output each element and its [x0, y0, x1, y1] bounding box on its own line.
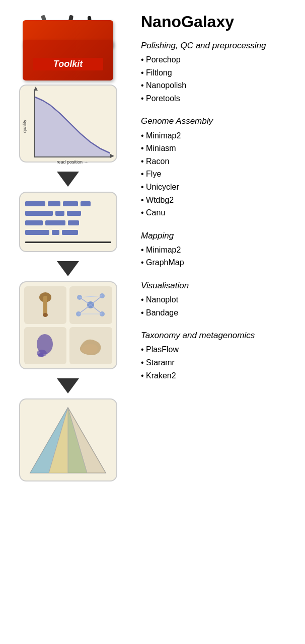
read-block — [68, 220, 79, 225]
list-item: Miniasm — [141, 142, 300, 155]
img-cell-network — [69, 286, 112, 324]
svg-point-17 — [38, 353, 44, 357]
read-baseline — [25, 242, 111, 243]
read-row-2 — [25, 211, 111, 216]
chart-arrow-up — [34, 87, 38, 91]
list-item: Flye — [141, 168, 300, 181]
read-block — [52, 230, 59, 235]
list-item: Nanopolish — [141, 79, 300, 92]
read-row-4 — [25, 230, 111, 235]
read-block — [81, 201, 91, 206]
category-taxonomy: Taxonomy and metagenomics PlasFlow Stara… — [141, 330, 300, 382]
category-title-polishing: Polishing, QC and preprocessing — [141, 40, 300, 51]
list-item: Minimap2 — [141, 129, 300, 142]
category-title-genome-assembly: Genome Assembly — [141, 116, 300, 127]
toolkit-label-text: Toolkit — [33, 58, 103, 70]
list-item: PlasFlow — [141, 343, 300, 356]
list-item: GraphMap — [141, 256, 300, 269]
category-genome-assembly: Genome Assembly Minimap2 Miniasm Racon F… — [141, 116, 300, 219]
category-items-taxonomy: PlasFlow Staramr Kraken2 — [141, 343, 300, 382]
read-block — [25, 201, 45, 206]
read-block — [55, 211, 64, 216]
img-cell-blob2 — [69, 327, 112, 365]
read-block — [45, 220, 65, 225]
read-block — [62, 230, 78, 235]
blob2-icon — [75, 332, 106, 359]
svg-point-3 — [43, 313, 48, 317]
category-items-genome-assembly: Minimap2 Miniasm Racon Flye Unicycler Wt… — [141, 129, 300, 219]
toolkit-illustration: Toolkit — [18, 15, 118, 80]
list-item: Poretools — [141, 92, 300, 105]
read-block — [25, 220, 43, 225]
read-block — [63, 201, 78, 206]
chart-arrow-right — [110, 154, 114, 158]
category-title-mapping: Mapping — [141, 230, 300, 242]
read-row-1 — [25, 201, 111, 206]
list-item: Bandage — [141, 306, 300, 319]
reads-box — [19, 192, 117, 252]
read-block — [67, 211, 81, 216]
pyramid-box — [19, 398, 117, 481]
list-item: Wtdbg2 — [141, 194, 300, 207]
read-block — [25, 211, 53, 216]
arrow-down-2 — [57, 261, 79, 276]
left-column: Toolkit quality read position → — [5, 10, 131, 634]
img-cell-tube — [24, 286, 67, 324]
list-item: Racon — [141, 155, 300, 168]
read-block — [25, 230, 49, 235]
category-title-visualisation: Visualisation — [141, 280, 300, 291]
category-items-visualisation: Nanoplot Bandage — [141, 293, 300, 319]
svg-line-12 — [91, 305, 102, 314]
network-icon — [74, 290, 107, 320]
right-column: NanoGalaxy Polishing, QC and preprocessi… — [131, 10, 300, 634]
read-row-3 — [25, 220, 111, 225]
chart-svg — [35, 91, 110, 156]
img-cell-blob1 — [24, 327, 67, 365]
category-visualisation: Visualisation Nanoplot Bandage — [141, 280, 300, 319]
blob1-icon — [31, 331, 60, 360]
read-block — [48, 201, 60, 206]
chart-x-label: read position → — [56, 159, 88, 165]
list-item: Minimap2 — [141, 244, 300, 257]
app-title: NanoGalaxy — [141, 13, 300, 31]
list-item: Filtlong — [141, 66, 300, 79]
svg-line-11 — [79, 305, 91, 314]
category-mapping: Mapping Minimap2 GraphMap — [141, 230, 300, 269]
list-item: Canu — [141, 206, 300, 219]
svg-line-9 — [80, 297, 91, 305]
category-items-polishing: Porechop Filtlong Nanopolish Poretools — [141, 53, 300, 105]
specimen-icon — [31, 290, 59, 320]
pyramid-icon — [28, 405, 108, 475]
chart-y-label: quality — [22, 120, 27, 133]
quality-chart-box: quality read position → — [19, 85, 117, 163]
category-polishing: Polishing, QC and preprocessing Porechop… — [141, 40, 300, 105]
category-items-mapping: Minimap2 GraphMap — [141, 244, 300, 269]
svg-line-10 — [91, 296, 102, 305]
chart-inner: read position → — [34, 91, 110, 157]
list-item: Staramr — [141, 356, 300, 369]
arrow-down-3 — [57, 378, 79, 393]
images-box — [19, 281, 117, 369]
arrow-down-1 — [57, 172, 79, 187]
list-item: Kraken2 — [141, 369, 300, 382]
list-item: Unicycler — [141, 181, 300, 194]
list-item: Nanoplot — [141, 293, 300, 306]
svg-line-13 — [80, 296, 102, 297]
svg-rect-2 — [43, 296, 47, 315]
category-title-taxonomy: Taxonomy and metagenomics — [141, 330, 300, 341]
list-item: Porechop — [141, 53, 300, 66]
